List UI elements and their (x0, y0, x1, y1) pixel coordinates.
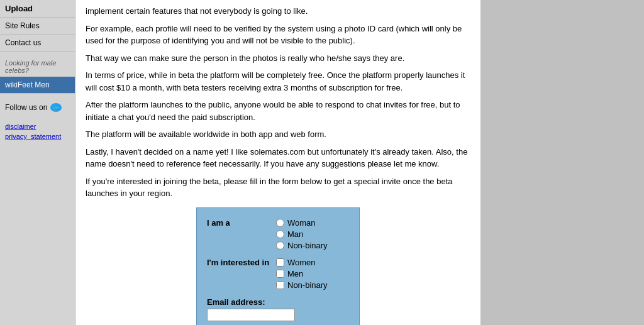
interested-in-label: I'm interested in (207, 258, 276, 267)
content-para8: If you're interested in joining the beta… (86, 175, 470, 200)
content-para4: In terms of price, while in beta the pla… (86, 69, 470, 94)
checkbox-women-input[interactable] (276, 258, 284, 267)
email-input[interactable] (207, 309, 295, 321)
radio-nonbinary-input[interactable] (276, 241, 284, 250)
email-label: Email address: (207, 297, 349, 307)
looking-label: Looking for male celebs? (0, 57, 75, 77)
checkbox-women[interactable]: Women (276, 258, 328, 267)
email-row: Email address: (207, 297, 349, 321)
content-para7: Lastly, I haven't decided on a name yet!… (86, 146, 470, 170)
radio-man[interactable]: Man (276, 229, 328, 239)
svg-text:🐦: 🐦 (52, 104, 60, 112)
radio-nonbinary[interactable]: Non-binary (276, 241, 328, 250)
checkbox-nonbinary-input[interactable] (276, 281, 284, 289)
content-para2: For example, each profile will need to b… (86, 23, 470, 47)
sidebar: Upload Site Rules Contact us Looking for… (0, 0, 75, 325)
disclaimer-link[interactable]: disclaimer (0, 121, 75, 131)
radio-woman-input[interactable] (276, 219, 284, 227)
content-para6: The platform will be available worldwide… (86, 128, 470, 141)
content-para3: That way we can make sure the person in … (86, 52, 470, 65)
radio-woman[interactable]: Woman (276, 218, 328, 228)
radio-woman-label: Woman (287, 218, 316, 228)
signup-form: I am a Woman Man Non-binary I'm interest… (196, 207, 360, 326)
checkbox-nonbinary[interactable]: Non-binary (276, 280, 328, 290)
interested-checkbox-group: Women Men Non-binary (276, 258, 328, 290)
sidebar-item-site-rules[interactable]: Site Rules (0, 18, 75, 35)
follow-label: Follow us on (5, 103, 47, 112)
i-am-a-label: I am a (207, 218, 276, 228)
privacy-link[interactable]: privacy_statement (0, 131, 75, 141)
contact-label: Contact us (5, 38, 41, 47)
upload-label: Upload (5, 4, 33, 13)
checkbox-men-label: Men (287, 269, 303, 278)
i-am-a-row: I am a Woman Man Non-binary (207, 218, 349, 250)
radio-nonbinary-label: Non-binary (287, 241, 328, 250)
wikifeet-men-label: wikiFeet Men (5, 80, 50, 89)
site-rules-label: Site Rules (5, 21, 40, 30)
checkbox-men-input[interactable] (276, 270, 284, 278)
content-para5: After the platform launches to the publi… (86, 99, 470, 123)
main-content: implement certain features that not ever… (75, 0, 480, 325)
checkbox-women-label: Women (287, 258, 316, 267)
sidebar-item-contact[interactable]: Contact us (0, 35, 75, 52)
right-panel (480, 0, 644, 325)
sidebar-item-upload[interactable]: Upload (0, 0, 75, 18)
content-para1: implement certain features that not ever… (86, 5, 470, 18)
twitter-icon: 🐦 (50, 102, 62, 113)
radio-man-input[interactable] (276, 230, 284, 238)
radio-man-label: Man (287, 229, 303, 239)
sidebar-item-wikifeet-men[interactable]: wikiFeet Men (0, 77, 75, 94)
twitter-follow[interactable]: Follow us on 🐦 (0, 99, 75, 116)
checkbox-men[interactable]: Men (276, 269, 328, 278)
interested-in-row: I'm interested in Women Men Non-binary (207, 258, 349, 290)
gender-radio-group: Woman Man Non-binary (276, 218, 328, 250)
checkbox-nonbinary-label: Non-binary (287, 280, 328, 290)
